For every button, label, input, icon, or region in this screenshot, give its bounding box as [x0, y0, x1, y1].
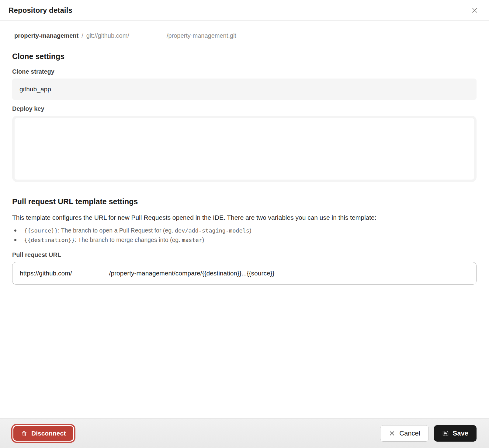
list-item: {{destination}}: The branch to merge cha… — [12, 235, 477, 245]
clone-strategy-field: github_app — [12, 79, 477, 100]
variable-source-text: : The branch to open a Pull Request for … — [58, 227, 175, 234]
variable-source-code: {{source}} — [24, 227, 58, 234]
close-button[interactable] — [470, 5, 480, 16]
bullet-dot — [14, 239, 16, 241]
pr-template-description: This template configures the URL for new… — [12, 214, 477, 222]
bullet-dot — [14, 229, 16, 232]
clone-settings-heading: Clone settings — [12, 52, 477, 61]
trash-icon — [21, 430, 27, 437]
pr-variable-list: {{source}}: The branch to open a Pull Re… — [12, 226, 477, 245]
breadcrumb-remote-url-prefix: git://github.com/ — [86, 32, 129, 39]
clone-strategy-label: Clone strategy — [12, 68, 477, 75]
cancel-button-label: Cancel — [399, 429, 420, 437]
pull-request-url-label: Pull request URL — [12, 251, 477, 258]
list-item: {{source}}: The branch to open a Pull Re… — [12, 226, 477, 235]
modal-body: property-management / git://github.com/ … — [0, 21, 489, 418]
cancel-button[interactable]: Cancel — [380, 425, 428, 442]
modal-title: Repository details — [9, 6, 72, 15]
pr-template-heading: Pull request URL template settings — [12, 197, 477, 206]
breadcrumb-remote-url-suffix: /property-management.git — [167, 32, 236, 39]
disconnect-button[interactable]: Disconnect — [13, 426, 73, 441]
save-floppy-icon — [442, 430, 449, 437]
deploy-key-label: Deploy key — [12, 105, 477, 112]
variable-source-suffix: ) — [249, 227, 251, 234]
disconnect-button-label: Disconnect — [31, 430, 66, 437]
breadcrumb: property-management / git://github.com/ … — [12, 32, 477, 39]
pull-request-url-prefix: https://github.com/ — [20, 270, 72, 277]
save-button[interactable]: Save — [434, 425, 477, 442]
modal-footer: Disconnect Cancel Save — [0, 418, 489, 448]
variable-destination-code: {{destination}} — [24, 237, 75, 243]
save-button-label: Save — [453, 429, 468, 437]
pull-request-url-input[interactable]: https://github.com/ /property-management… — [12, 262, 477, 285]
breadcrumb-separator: / — [78, 32, 86, 39]
deploy-key-textarea[interactable] — [12, 116, 477, 182]
footer-actions: Cancel Save — [380, 425, 477, 442]
clone-strategy-value: github_app — [19, 86, 51, 93]
pull-request-url-suffix: /property-management/compare/{{destinati… — [109, 270, 275, 277]
variable-destination-suffix: ) — [202, 236, 204, 243]
modal-header: Repository details — [0, 0, 489, 21]
variable-source-example: dev/add-staging-models — [175, 227, 249, 234]
variable-destination-text: : The branch to merge changes into (eg. — [75, 236, 182, 243]
variable-destination-example: master — [182, 237, 202, 243]
cancel-x-icon — [389, 430, 395, 437]
breadcrumb-repo-name: property-management — [14, 32, 78, 39]
repository-details-modal: Repository details property-management /… — [0, 0, 489, 448]
close-icon — [471, 7, 478, 14]
